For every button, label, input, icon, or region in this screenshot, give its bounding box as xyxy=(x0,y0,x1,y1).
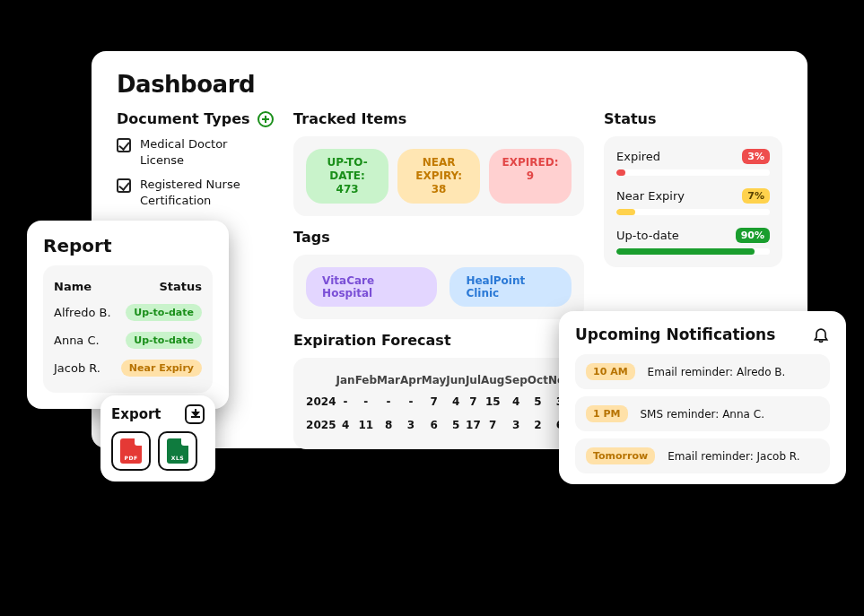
bell-icon[interactable] xyxy=(812,325,830,343)
tracked-panel: UP-TO-DATE: 473 NEAR EXPIRY: 38 EXPIRED:… xyxy=(293,136,584,216)
report-title: Report xyxy=(43,235,213,256)
status-badge: 3% xyxy=(742,149,770,164)
status-chip: Up-to-date xyxy=(126,304,202,321)
tag-healpoint[interactable]: HealPoint Clinic xyxy=(449,267,572,307)
status-badge: 7% xyxy=(742,188,770,204)
forecast-heading: Expiration Forecast xyxy=(293,332,584,349)
notification-item[interactable]: 10 AM Email reminder: Alredo B. xyxy=(575,354,830,389)
doc-type-item[interactable]: Medical Doctor License xyxy=(117,136,274,168)
page-title: Dashboard xyxy=(117,71,782,98)
pdf-icon: PDF xyxy=(120,438,142,464)
tags-heading: Tags xyxy=(293,229,584,246)
status-nearexpiry: Near Expiry 7% xyxy=(616,188,770,215)
status-panel: Expired 3% Near Expiry 7% xyxy=(604,136,782,267)
xls-icon: XLS xyxy=(167,438,188,464)
notification-time: Tomorrow xyxy=(586,447,655,464)
tags-panel: VitaCare Hospital HealPoint Clinic xyxy=(293,255,584,319)
export-xls-button[interactable]: XLS xyxy=(158,431,197,471)
report-card: Report Name Status Alfredo B. Up-to-date… xyxy=(27,221,229,409)
status-chip: Near Expiry xyxy=(121,360,202,377)
add-doc-type-icon[interactable] xyxy=(257,111,274,127)
report-row[interactable]: Alfredo B. Up-to-date xyxy=(54,299,202,326)
notification-time: 1 PM xyxy=(586,405,628,422)
tracked-stat-uptodate[interactable]: UP-TO-DATE: 473 xyxy=(306,149,388,204)
export-title: Export xyxy=(111,406,161,422)
status-bar-fill xyxy=(616,209,635,215)
doc-type-item[interactable]: Registered Nurse Certification xyxy=(117,177,274,208)
notification-text: SMS reminder: Anna C. xyxy=(641,408,764,421)
forecast-row: 2024 ----74715453 xyxy=(306,390,572,413)
status-bar-fill xyxy=(616,169,625,176)
status-chip: Up-to-date xyxy=(126,332,202,349)
tracked-stat-expired[interactable]: EXPIRED: 9 xyxy=(489,149,572,204)
checkbox-icon[interactable] xyxy=(117,178,131,193)
forecast-header-row: JanFebMarAprMayJunJulAugSepOctNov xyxy=(306,370,572,390)
report-header-row: Name Status xyxy=(54,274,202,299)
notification-item[interactable]: Tomorrow Email reminder: Jacob R. xyxy=(575,438,830,473)
doc-types-heading: Document Types xyxy=(117,110,274,127)
download-icon[interactable] xyxy=(185,404,205,424)
forecast-panel: JanFebMarAprMayJunJulAugSepOctNov 2024 -… xyxy=(293,358,584,449)
notifications-title: Upcoming Notifications xyxy=(575,325,830,343)
export-pdf-button[interactable]: PDF xyxy=(111,431,151,471)
notification-time: 10 AM xyxy=(586,363,635,380)
status-uptodate: Up-to-date 90% xyxy=(616,228,770,255)
notification-text: Email reminder: Jacob R. xyxy=(668,450,799,463)
notification-text: Email reminder: Alredo B. xyxy=(648,366,786,378)
export-card: Export PDF XLS xyxy=(100,395,215,482)
notification-item[interactable]: 1 PM SMS reminder: Anna C. xyxy=(575,396,830,431)
status-badge: 90% xyxy=(736,228,770,243)
tracked-heading: Tracked Items xyxy=(293,110,584,127)
notifications-card: Upcoming Notifications 10 AM Email remin… xyxy=(559,311,846,484)
report-row[interactable]: Jacob R. Near Expiry xyxy=(54,354,202,382)
tag-vitacare[interactable]: VitaCare Hospital xyxy=(306,267,437,307)
status-bar-fill xyxy=(616,248,755,255)
checkbox-icon[interactable] xyxy=(117,138,131,152)
status-expired: Expired 3% xyxy=(616,149,770,176)
status-heading: Status xyxy=(604,110,782,127)
forecast-row: 2025 4118365177326 xyxy=(306,413,572,437)
report-row[interactable]: Anna C. Up-to-date xyxy=(54,326,202,354)
tracked-stat-nearexpiry[interactable]: NEAR EXPIRY: 38 xyxy=(397,149,480,204)
